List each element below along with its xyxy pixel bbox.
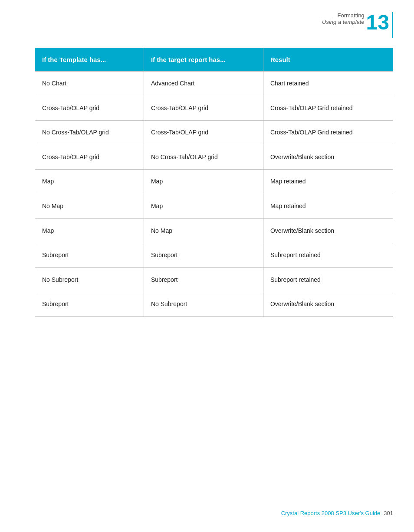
using-label: Using a template xyxy=(322,19,365,25)
cell-result: Overwrite/Blank section xyxy=(263,219,393,243)
main-content: If the Template has... If the target rep… xyxy=(35,48,393,317)
page-footer: Crystal Reports 2008 SP3 User's Guide 30… xyxy=(0,510,393,516)
cell-target: No Map xyxy=(144,219,263,243)
table-row: No ChartAdvanced ChartChart retained xyxy=(35,72,393,96)
chapter-divider xyxy=(392,12,393,38)
cell-template: Map xyxy=(35,170,144,194)
cell-result: Subreport retained xyxy=(263,268,393,292)
cell-result: Cross-Tab/OLAP Grid retained xyxy=(263,121,393,145)
page-header: Formatting Using a template 13 xyxy=(322,12,393,38)
cell-result: Subreport retained xyxy=(263,243,393,268)
cell-target: Advanced Chart xyxy=(144,72,263,96)
cell-target: Cross-Tab/OLAP grid xyxy=(144,96,263,121)
footer-page-number: 301 xyxy=(384,510,393,516)
cell-result: Cross-Tab/OLAP Grid retained xyxy=(263,96,393,121)
cell-target: Cross-Tab/OLAP grid xyxy=(144,121,263,145)
table-row: MapNo MapOverwrite/Blank section xyxy=(35,219,393,243)
cell-result: Overwrite/Blank section xyxy=(263,292,393,317)
cell-template: Map xyxy=(35,219,144,243)
footer-product-label: Crystal Reports 2008 SP3 User's Guide xyxy=(281,510,381,516)
table-row: SubreportNo SubreportOverwrite/Blank sec… xyxy=(35,292,393,317)
col-header-target: If the target report has... xyxy=(144,48,263,72)
cell-result: Map retained xyxy=(263,194,393,219)
table-row: Cross-Tab/OLAP gridNo Cross-Tab/OLAP gri… xyxy=(35,145,393,170)
col-header-template: If the Template has... xyxy=(35,48,144,72)
cell-target: Map xyxy=(144,194,263,219)
table-row: SubreportSubreportSubreport retained xyxy=(35,243,393,268)
cell-target: Subreport xyxy=(144,243,263,268)
formatting-label: Formatting xyxy=(337,12,364,19)
chapter-number: 13 xyxy=(366,12,389,38)
cell-template: No Chart xyxy=(35,72,144,96)
table-row: No MapMapMap retained xyxy=(35,194,393,219)
table-row: MapMapMap retained xyxy=(35,170,393,194)
table-row: No SubreportSubreportSubreport retained xyxy=(35,268,393,292)
cell-result: Chart retained xyxy=(263,72,393,96)
col-header-result: Result xyxy=(263,48,393,72)
reference-table: If the Template has... If the target rep… xyxy=(35,48,393,317)
cell-result: Map retained xyxy=(263,170,393,194)
cell-template: No Subreport xyxy=(35,268,144,292)
cell-template: Subreport xyxy=(35,292,144,317)
cell-target: Subreport xyxy=(144,268,263,292)
table-row: Cross-Tab/OLAP gridCross-Tab/OLAP gridCr… xyxy=(35,96,393,121)
cell-template: Subreport xyxy=(35,243,144,268)
cell-result: Overwrite/Blank section xyxy=(263,145,393,170)
cell-template: Cross-Tab/OLAP grid xyxy=(35,145,144,170)
cell-template: Cross-Tab/OLAP grid xyxy=(35,96,144,121)
cell-template: No Cross-Tab/OLAP grid xyxy=(35,121,144,145)
table-header-row: If the Template has... If the target rep… xyxy=(35,48,393,72)
table-row: No Cross-Tab/OLAP gridCross-Tab/OLAP gri… xyxy=(35,121,393,145)
cell-template: No Map xyxy=(35,194,144,219)
cell-target: Map xyxy=(144,170,263,194)
cell-target: No Subreport xyxy=(144,292,263,317)
cell-target: No Cross-Tab/OLAP grid xyxy=(144,145,263,170)
